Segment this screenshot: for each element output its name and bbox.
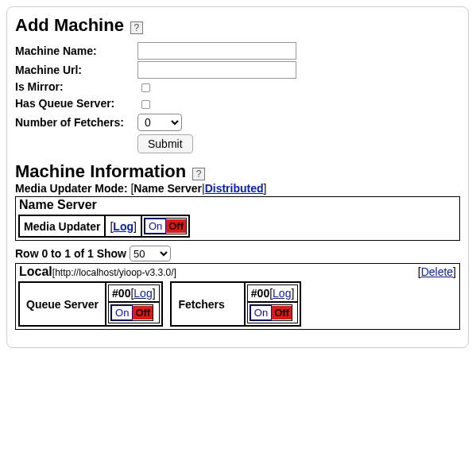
queue-server-off-button[interactable]: Off — [133, 306, 153, 319]
fetcher-on-button[interactable]: On — [250, 305, 272, 320]
local-title: Local — [19, 265, 52, 279]
fetcher-id: #00 — [251, 287, 269, 300]
machine-name-input[interactable] — [137, 42, 296, 60]
media-updater-log-link[interactable]: Log — [113, 220, 134, 233]
local-machine-box: Local [http://localhost/yioop-v3.3.0/] [… — [15, 263, 460, 330]
media-updater-off-button[interactable]: Off — [166, 219, 186, 233]
queue-server-label: Queue Server — [19, 282, 106, 326]
media-mode-distributed-link[interactable]: Distributed — [205, 182, 264, 195]
media-mode-label: Media Updater Mode: — [15, 182, 128, 195]
fetchers-label: Fetchers — [171, 282, 244, 326]
submit-button[interactable]: Submit — [137, 134, 193, 153]
name-server-title: Name Server — [16, 197, 459, 212]
pager-show-select[interactable]: 50 — [130, 246, 171, 261]
local-url: [http://localhost/yioop-v3.3.0/] — [52, 267, 176, 278]
help-icon[interactable]: ? — [130, 21, 143, 34]
is-mirror-checkbox[interactable] — [141, 83, 150, 92]
has-queue-server-checkbox[interactable] — [141, 100, 150, 109]
local-delete-link[interactable]: Delete — [421, 265, 453, 278]
fetcher-off-button[interactable]: Off — [272, 306, 292, 319]
machine-name-label: Machine Name: — [15, 45, 134, 57]
queue-server-on-button[interactable]: On — [111, 305, 133, 320]
media-updater-label: Media Updater — [19, 215, 105, 237]
media-mode-name-server: Name Server — [134, 182, 202, 195]
machine-info-heading: Machine Information — [15, 161, 186, 182]
queue-server-id: #00 — [112, 287, 130, 300]
is-mirror-label: Is Mirror: — [15, 80, 134, 93]
num-fetchers-select[interactable]: 0 — [137, 114, 182, 131]
media-updater-on-button[interactable]: On — [145, 219, 166, 234]
fetcher-log-link[interactable]: Log — [273, 287, 291, 300]
queue-server-log-link[interactable]: Log — [134, 287, 152, 300]
machine-url-label: Machine Url: — [15, 64, 134, 76]
name-server-box: Name Server Media Updater [Log] OnOff — [15, 196, 460, 241]
help-icon[interactable]: ? — [192, 168, 205, 180]
add-machine-heading: Add Machine — [15, 15, 124, 36]
pager-text: Row 0 to 1 of 1 Show — [15, 247, 126, 260]
machine-url-input[interactable] — [137, 61, 296, 79]
has-queue-server-label: Has Queue Server: — [15, 97, 134, 110]
num-fetchers-label: Number of Fetchers: — [15, 116, 134, 129]
